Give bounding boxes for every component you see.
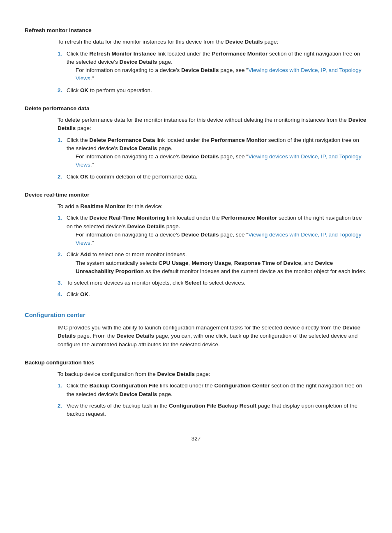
- list-item: 1. Click the Backup Configuration File l…: [58, 382, 367, 399]
- delete-perf-intro: To delete performance data for the monit…: [58, 116, 367, 133]
- delete-perf-section: Delete performance data To delete perfor…: [25, 104, 367, 181]
- backup-section: Backup configuration files To backup dev…: [25, 359, 367, 419]
- step-num: 3.: [58, 279, 67, 287]
- config-center-body: IMC provides you with the ability to lau…: [58, 324, 367, 349]
- list-item: 2. Click OK to confirm deletion of the p…: [58, 173, 367, 181]
- list-item: 3. To select more devices as monitor obj…: [58, 279, 367, 287]
- step-num: 2.: [58, 250, 67, 259]
- step-content: To select more devices as monitor object…: [67, 279, 367, 287]
- backup-intro: To backup device configuration from the …: [58, 370, 367, 378]
- delete-perf-heading: Delete performance data: [25, 104, 367, 113]
- backup-heading: Backup configuration files: [25, 359, 367, 367]
- step-content: Click the Refresh Monitor Instance link …: [67, 50, 367, 83]
- device-realtime-steps: 1. Click the Device Real-Time Monitoring…: [58, 214, 367, 299]
- realtime-intro-bold: Realtime Monitor: [81, 203, 126, 209]
- list-item: 1. Click the Refresh Monitor Instance li…: [58, 50, 367, 83]
- list-item: 2. Click OK to perform you operation.: [58, 86, 367, 95]
- refresh-monitor-heading: Refresh monitor instance: [25, 26, 367, 35]
- step-num: 1.: [58, 382, 67, 390]
- list-item: 1. Click the Device Real-Time Monitoring…: [58, 214, 367, 247]
- step-num: 1.: [58, 214, 67, 222]
- step-subtext: For information on navigating to a devic…: [76, 231, 367, 248]
- device-realtime-intro: To add a Realtime Monitor for this devic…: [58, 202, 367, 211]
- list-item: 2. View the results of the backup task i…: [58, 402, 367, 419]
- delete-intro-bold: Device Details: [58, 117, 366, 131]
- step-content: Click OK to perform you operation.: [67, 86, 367, 95]
- delete-perf-steps: 1. Click the Delete Performance Data lin…: [58, 136, 367, 181]
- backup-intro-bold: Device Details: [157, 371, 195, 377]
- step-subtext: For information on navigating to a devic…: [76, 66, 367, 83]
- refresh-monitor-steps: 1. Click the Refresh Monitor Instance li…: [58, 50, 367, 95]
- refresh-monitor-section: Refresh monitor instance To refresh the …: [25, 26, 367, 95]
- step-content: Click Add to select one or more monitor …: [67, 250, 367, 276]
- step-num: 2.: [58, 402, 67, 410]
- step-content: Click the Device Real-Time Monitoring li…: [67, 214, 367, 247]
- step-content: Click the Backup Configuration File link…: [67, 382, 367, 399]
- list-item: 2. Click Add to select one or more monit…: [58, 250, 367, 276]
- step-content: Click OK to confirm deletion of the perf…: [67, 173, 367, 181]
- step-subtext: For information on navigating to a devic…: [76, 153, 367, 169]
- list-item: 1. Click the Delete Performance Data lin…: [58, 136, 367, 169]
- step-content: View the results of the backup task in t…: [67, 402, 367, 419]
- device-realtime-section: Device real-time monitor To add a Realti…: [25, 191, 367, 299]
- step-subtext: The system automatically selects CPU Usa…: [76, 259, 367, 276]
- step-num: 4.: [58, 290, 67, 299]
- backup-steps: 1. Click the Backup Configuration File l…: [58, 382, 367, 418]
- step-content: Click the Delete Performance Data link l…: [67, 136, 367, 169]
- page-content: Refresh monitor instance To refresh the …: [25, 26, 367, 418]
- config-center-heading: Configuration center: [25, 311, 367, 320]
- page-number: 327: [25, 435, 367, 443]
- config-center-section: Configuration center IMC provides you wi…: [25, 311, 367, 349]
- step-num: 2.: [58, 86, 67, 95]
- list-item: 4. Click OK.: [58, 290, 367, 299]
- refresh-intro-bold: Device Details: [225, 39, 263, 45]
- step-num: 1.: [58, 136, 67, 144]
- step-num: 2.: [58, 173, 67, 181]
- refresh-monitor-intro: To refresh the data for the monitor inst…: [58, 38, 367, 46]
- step-content: Click OK.: [67, 290, 367, 299]
- step-num: 1.: [58, 50, 67, 58]
- device-realtime-heading: Device real-time monitor: [25, 191, 367, 199]
